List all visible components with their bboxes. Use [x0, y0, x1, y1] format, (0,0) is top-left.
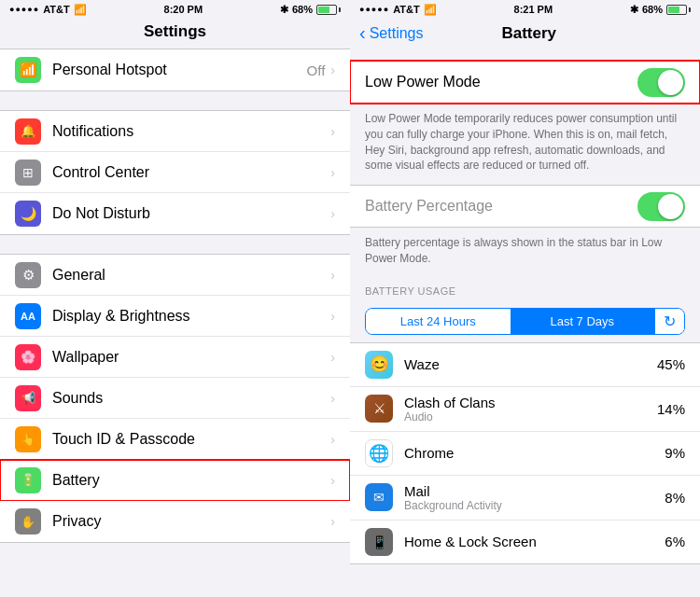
settings-row-battery[interactable]: 🔋 Battery › [0, 460, 350, 501]
privacy-icon: ✋ [15, 508, 41, 535]
home-pct: 6% [665, 534, 685, 549]
mail-sub: Background Activity [404, 499, 665, 512]
touchid-icon: 👆 [15, 426, 41, 452]
notifications-icon: 🔔 [15, 118, 41, 145]
settings-row-hotspot[interactable]: 📶 Personal Hotspot Off › [0, 49, 350, 90]
right-page-title: Battery [423, 24, 635, 43]
right-carrier-label: AT&T [393, 4, 420, 15]
dnd-label: Do Not Disturb [52, 205, 330, 222]
right-header: ‹ Settings Battery [350, 19, 700, 51]
settings-row-dnd[interactable]: 🌙 Do Not Disturb › [0, 193, 350, 234]
touchid-label: Touch ID & Passcode [52, 431, 330, 448]
wallpaper-label: Wallpaper [52, 349, 330, 366]
left-status-bar: ●●●●● AT&T 📶 8:20 PM ✱ 68% [0, 0, 350, 19]
waze-info: Waze [404, 356, 657, 372]
refresh-icon: ↻ [664, 312, 676, 330]
sounds-chevron: › [330, 391, 335, 406]
dnd-icon-symbol: 🌙 [21, 206, 36, 221]
left-page-title: Settings [0, 19, 350, 49]
wifi-icon: 📶 [74, 4, 87, 16]
control-icon: ⊞ [15, 160, 41, 186]
settings-row-privacy[interactable]: ✋ Privacy › [0, 501, 350, 542]
battery-label: Battery [52, 472, 330, 489]
mail-name: Mail [404, 483, 665, 499]
mail-icon: ✉ [365, 483, 393, 511]
battery-pct-row[interactable]: Battery Percentage [350, 186, 700, 227]
battery-percentage-card: Battery Percentage [350, 185, 700, 228]
privacy-icon-symbol: ✋ [21, 515, 35, 529]
display-icon-symbol: AA [21, 311, 35, 322]
general-chevron: › [330, 268, 335, 283]
home-icon: 📱 [365, 528, 393, 556]
general-label: General [52, 267, 330, 284]
app-usage-list: 😊 Waze 45% ⚔ Clash of Clans Audio 14% 🌐 … [350, 342, 700, 564]
settings-group-2: 🔔 Notifications › ⊞ Control Center › 🌙 D… [0, 110, 350, 235]
display-label: Display & Brightness [52, 308, 330, 325]
low-power-description: Low Power Mode temporarily reduces power… [350, 104, 700, 185]
chrome-pct: 9% [665, 445, 685, 461]
dnd-chevron: › [330, 206, 335, 221]
app-row-waze[interactable]: 😊 Waze 45% [350, 343, 700, 387]
battery-bar-right [666, 5, 691, 15]
wallpaper-chevron: › [330, 350, 335, 365]
battery-fill-right [668, 7, 679, 13]
app-row-mail[interactable]: ✉ Mail Background Activity 8% [350, 476, 700, 521]
battery-pct-toggle[interactable] [637, 192, 685, 221]
settings-row-general[interactable]: ⚙ General › [0, 255, 350, 296]
battery-body-left [316, 5, 337, 15]
app-row-chrome[interactable]: 🌐 Chrome 9% [350, 432, 700, 476]
app-row-coc[interactable]: ⚔ Clash of Clans Audio 14% [350, 387, 700, 432]
touchid-icon-symbol: 👆 [21, 432, 35, 446]
display-chevron: › [330, 309, 335, 324]
right-status-bar: ●●●●● AT&T 📶 8:21 PM ✱ 68% [350, 0, 700, 19]
back-label: Settings [370, 25, 424, 42]
battery-percentage-label: Battery Percentage [365, 198, 637, 215]
battery-pct-knob [658, 194, 683, 219]
sounds-icon-symbol: 📢 [21, 391, 35, 405]
touchid-chevron: › [330, 432, 335, 447]
tab-24h[interactable]: Last 24 Hours [366, 309, 511, 334]
back-chevron-icon: ‹ [359, 22, 366, 44]
carrier-label: AT&T [43, 4, 70, 15]
coc-sub: Audio [404, 410, 657, 423]
refresh-button[interactable]: ↻ [654, 309, 684, 334]
low-power-toggle[interactable] [637, 68, 685, 97]
hotspot-icon-symbol: 📶 [20, 62, 37, 78]
settings-row-sounds[interactable]: 📢 Sounds › [0, 378, 350, 419]
settings-row-control[interactable]: ⊞ Control Center › [0, 152, 350, 193]
settings-row-display[interactable]: AA Display & Brightness › [0, 296, 350, 337]
display-icon: AA [15, 303, 41, 329]
right-panel: ●●●●● AT&T 📶 8:21 PM ✱ 68% ‹ Settings Ba… [350, 0, 700, 597]
wallpaper-icon-symbol: 🌸 [21, 350, 35, 364]
signal-dots: ●●●●● [9, 5, 39, 14]
chrome-info: Chrome [404, 445, 665, 461]
app-row-home[interactable]: 📱 Home & Lock Screen 6% [350, 521, 700, 563]
bluetooth-icon-right: ✱ [630, 4, 638, 16]
settings-row-touchid[interactable]: 👆 Touch ID & Passcode › [0, 419, 350, 460]
general-icon-symbol: ⚙ [22, 267, 35, 284]
tab-7d[interactable]: Last 7 Days [511, 309, 655, 334]
right-status-left: ●●●●● AT&T 📶 [359, 4, 437, 16]
low-power-label: Low Power Mode [365, 74, 637, 90]
sounds-label: Sounds [52, 390, 330, 407]
home-info: Home & Lock Screen [404, 534, 665, 549]
low-power-knob [658, 70, 683, 95]
coc-pct: 14% [657, 401, 685, 417]
dnd-icon: 🌙 [15, 201, 41, 227]
battery-body-right [666, 5, 687, 15]
settings-group-3: ⚙ General › AA Display & Brightness › 🌸 … [0, 254, 350, 543]
battery-tip-right [689, 7, 691, 12]
mail-info: Mail Background Activity [404, 483, 665, 512]
battery-tip-left [339, 7, 341, 12]
notifications-chevron: › [330, 124, 335, 139]
battery-icon-symbol: 🔋 [21, 473, 35, 487]
control-icon-symbol: ⊞ [22, 165, 34, 180]
sounds-icon: 📢 [15, 385, 41, 411]
low-power-row[interactable]: Low Power Mode [350, 62, 700, 103]
settings-row-wallpaper[interactable]: 🌸 Wallpaper › [0, 337, 350, 378]
control-chevron: › [330, 165, 335, 180]
settings-row-notifications[interactable]: 🔔 Notifications › [0, 111, 350, 152]
back-button[interactable]: ‹ Settings [359, 22, 423, 44]
left-status-right: ✱ 68% [280, 4, 341, 16]
right-time: 8:21 PM [514, 4, 553, 15]
